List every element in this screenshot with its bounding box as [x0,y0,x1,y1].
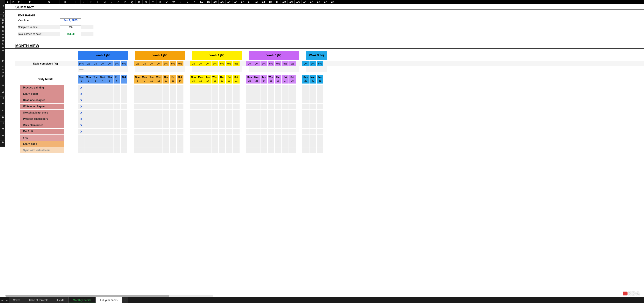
select-all-corner[interactable] [0,0,5,4]
column-header[interactable]: V [163,0,170,4]
column-header[interactable]: AN [288,0,294,4]
column-header[interactable]: E [16,0,22,4]
column-header[interactable]: R [136,0,143,4]
column-header[interactable]: AA [198,0,205,4]
column-header[interactable]: AF [232,0,239,4]
column-header[interactable]: AK [267,0,274,4]
column-header[interactable]: AH [246,0,253,4]
column-header[interactable]: W [170,0,177,4]
column-header[interactable]: AC [212,0,218,4]
column-header[interactable]: L [94,0,101,4]
column-header[interactable]: H [60,0,70,4]
column-header[interactable]: X [177,0,184,4]
column-header[interactable]: AM [281,0,288,4]
column-header[interactable]: AQ [308,0,315,4]
column-headers: ABEFGHIJKLMNOPQRSTUVWXYZAAABACADAEAFAGAH… [0,0,644,4]
column-header[interactable]: AB [205,0,212,4]
column-header[interactable]: T [150,0,156,4]
column-header[interactable]: K [88,0,94,4]
column-header[interactable]: N [108,0,115,4]
column-header[interactable]: M [101,0,108,4]
column-header[interactable]: AE [226,0,232,4]
column-header[interactable]: Q [129,0,136,4]
column-header[interactable]: Z [191,0,198,4]
column-header[interactable]: AD [218,0,226,4]
column-header[interactable]: Y [184,0,191,4]
column-header[interactable]: G [38,0,60,4]
column-header[interactable]: AS [322,0,329,4]
column-header[interactable]: AP [302,0,308,4]
column-header[interactable]: AL [274,0,281,4]
column-header[interactable]: AG [239,0,246,4]
column-header[interactable]: I [70,0,80,4]
column-header[interactable]: A [5,0,10,4]
column-header[interactable]: U [156,0,163,4]
column-header[interactable]: F [22,0,38,4]
column-header[interactable]: AO [294,0,302,4]
column-header[interactable]: AT [329,0,336,4]
column-header[interactable]: S [143,0,150,4]
column-header[interactable]: P [122,0,129,4]
column-header[interactable]: B [10,0,16,4]
column-header[interactable]: J [80,0,88,4]
column-header[interactable]: AJ [260,0,267,4]
column-header[interactable]: O [115,0,122,4]
column-header[interactable]: AI [253,0,260,4]
column-header[interactable]: AR [315,0,322,4]
